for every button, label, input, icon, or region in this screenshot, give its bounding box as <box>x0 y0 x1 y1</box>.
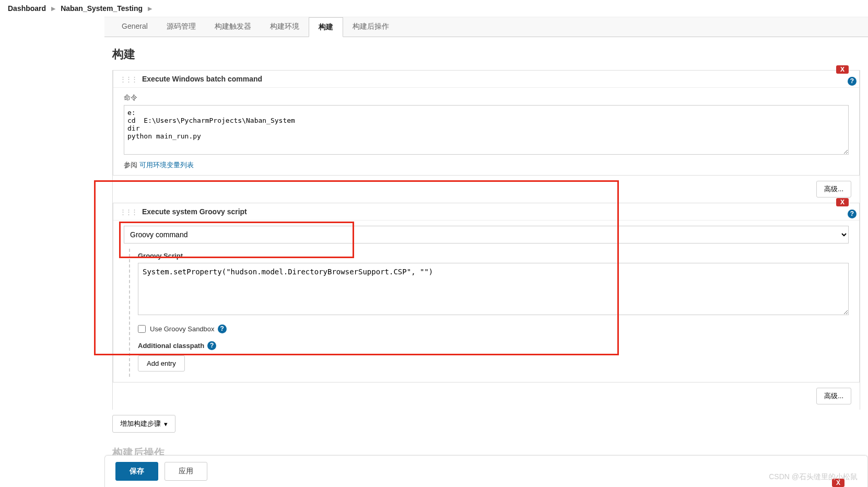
sandbox-checkbox[interactable] <box>138 325 146 333</box>
chevron-right-icon: ▶ <box>148 5 152 12</box>
breadcrumb: Dashboard ▶ Naban_System_Testing ▶ <box>0 0 868 17</box>
step-title: Execute system Groovy script <box>142 207 247 216</box>
reference-prefix: 参阅 <box>124 161 139 169</box>
tab-env[interactable]: 构建环境 <box>261 17 309 37</box>
apply-button[interactable]: 应用 <box>165 462 207 481</box>
batch-command-input[interactable] <box>124 105 849 155</box>
tab-general[interactable]: General <box>112 17 157 37</box>
help-icon[interactable]: ? <box>218 324 227 333</box>
delete-step-button[interactable]: X <box>836 198 849 206</box>
env-vars-link[interactable]: 可用环境变量列表 <box>139 161 194 169</box>
drag-handle-icon[interactable]: ⋮⋮⋮ <box>120 75 137 83</box>
watermark-text: CSDN @石头缝里的小松鼠 <box>769 472 858 482</box>
delete-step-button[interactable]: X <box>836 65 849 74</box>
classpath-label: Additional classpath <box>138 342 204 350</box>
tab-post[interactable]: 构建后操作 <box>343 17 398 37</box>
chevron-right-icon: ▶ <box>51 5 55 12</box>
bottom-action-bar: 保存 应用 <box>104 455 868 486</box>
help-icon[interactable]: ? <box>207 341 216 350</box>
build-step-batch: X ? ⋮⋮⋮ Execute Windows batch command 命令… <box>113 70 860 176</box>
advanced-button[interactable]: 高级... <box>816 181 851 198</box>
breadcrumb-job[interactable]: Naban_System_Testing <box>61 4 143 13</box>
add-build-step-button[interactable]: 增加构建步骤 ▾ <box>112 415 175 433</box>
advanced-button[interactable]: 高级... <box>816 388 851 404</box>
help-icon[interactable]: ? <box>848 210 857 218</box>
groovy-script-label: Groovy Script <box>138 249 849 263</box>
drag-handle-icon[interactable]: ⋮⋮⋮ <box>120 208 137 216</box>
tab-scm[interactable]: 源码管理 <box>157 17 205 37</box>
tab-triggers[interactable]: 构建触发器 <box>205 17 261 37</box>
breadcrumb-dashboard[interactable]: Dashboard <box>8 4 46 13</box>
sandbox-label: Use Groovy Sandbox <box>150 325 215 333</box>
groovy-type-select[interactable]: Groovy command <box>124 226 849 243</box>
chevron-down-icon: ▾ <box>164 420 168 428</box>
help-icon[interactable]: ? <box>848 77 857 86</box>
command-label: 命令 <box>124 93 849 102</box>
config-tabs: General 源码管理 构建触发器 构建环境 构建 构建后操作 <box>104 17 868 37</box>
step-title: Execute Windows batch command <box>142 75 262 83</box>
groovy-script-input[interactable] <box>138 263 849 315</box>
groovy-nested-block: Groovy Script Use Groovy Sandbox ? Addit… <box>129 249 849 377</box>
tab-build[interactable]: 构建 <box>309 17 343 37</box>
add-entry-button[interactable]: Add entry <box>138 355 185 372</box>
section-title-build: 构建 <box>112 47 860 62</box>
build-step-groovy: X ? ⋮⋮⋮ Execute system Groovy script Gro… <box>113 203 860 382</box>
save-button[interactable]: 保存 <box>115 462 158 481</box>
